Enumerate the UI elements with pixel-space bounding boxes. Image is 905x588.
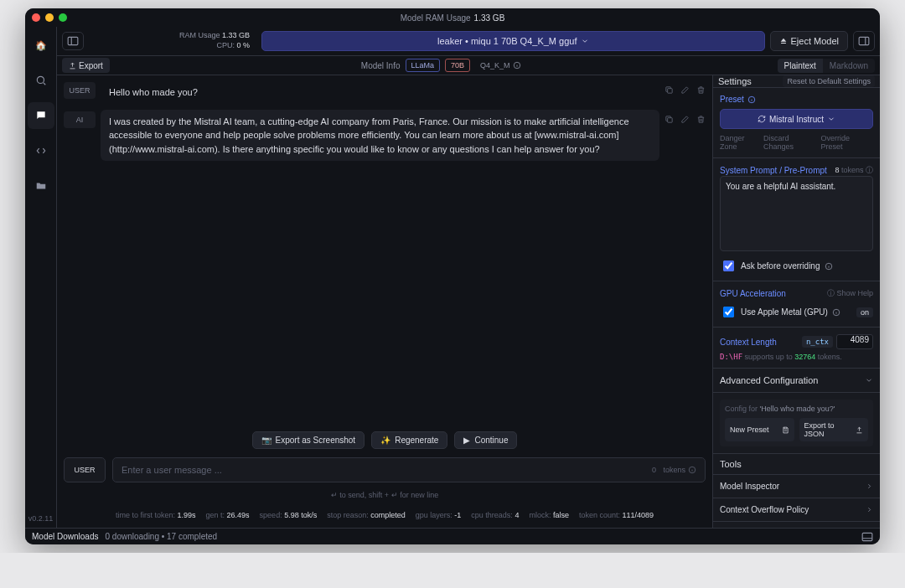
panel-bottom-icon[interactable]	[861, 532, 873, 542]
message-text[interactable]: Hello who made you?	[101, 80, 659, 105]
chat-message: USER Hello who made you?	[64, 80, 706, 105]
svg-rect-1	[68, 37, 78, 44]
role-badge-ai: AI	[64, 111, 96, 128]
export-button[interactable]: Export	[62, 58, 110, 73]
context-hint: D:\HF supports up to 32764 tokens.	[720, 353, 873, 361]
model-info: Model Info LLaMa 70B Q4_K_M	[361, 59, 526, 72]
preset-label: Preset	[720, 95, 873, 104]
info-icon[interactable]	[513, 61, 521, 70]
use-metal-checkbox[interactable]: Use Apple Metal (GPU)	[720, 304, 840, 320]
sparkle-icon: ✨	[380, 436, 390, 445]
tool-context-overflow[interactable]: Context Overflow Policy	[713, 498, 880, 522]
eject-model-button[interactable]: Eject Model	[770, 31, 848, 51]
message-text[interactable]: I was created by the Mistral AI team, a …	[101, 110, 659, 162]
svg-rect-2	[859, 37, 869, 44]
panel-left-icon[interactable]	[62, 32, 84, 50]
app-version: v0.2.11	[28, 514, 54, 523]
play-icon: ▶	[463, 436, 470, 445]
continue-button[interactable]: ▶Continue	[454, 431, 517, 449]
override-preset-link[interactable]: Override Preset	[821, 134, 873, 151]
close-window-icon[interactable]	[32, 13, 40, 22]
chat-message: AI I was created by the Mistral AI team,…	[64, 110, 706, 162]
preset-section: Preset Mistral Instruct Danger Zone Disc…	[713, 88, 880, 158]
show-help-link[interactable]: ⓘ Show Help	[827, 288, 873, 299]
eject-icon	[779, 37, 788, 45]
input-role-badge[interactable]: USER	[64, 457, 106, 482]
chat-icon[interactable]	[28, 102, 54, 129]
svg-rect-4	[668, 89, 673, 94]
sidebar: 🏠 v0.2.11	[25, 27, 57, 528]
maximize-window-icon[interactable]	[59, 13, 67, 22]
size-tag: 70B	[445, 59, 470, 72]
panel-right-icon[interactable]	[853, 31, 875, 51]
input-token-count: 0 tokens	[652, 466, 696, 474]
model-selector[interactable]: leaker • miqu 1 70B Q4_K_M gguf	[261, 31, 765, 51]
chevron-right-icon	[866, 506, 873, 513]
settings-panel: Settings Reset to Default Settings Prese…	[712, 75, 880, 528]
plaintext-tab[interactable]: Plaintext	[778, 59, 823, 73]
chat-action-row: 📷Export as Screenshot ✨Regenerate ▶Conti…	[64, 431, 706, 449]
preset-actions: Danger Zone Discard Changes Override Pre…	[720, 134, 873, 151]
resource-stats: RAM Usage 1.33 GB CPU: 0 %	[89, 31, 256, 50]
new-preset-button[interactable]: New Preset	[725, 418, 794, 441]
role-badge-user: USER	[64, 82, 96, 99]
info-icon[interactable]	[832, 308, 840, 317]
system-prompt-label: System Prompt / Pre-Prompt	[720, 166, 827, 175]
danger-zone-link[interactable]: Danger Zone	[720, 134, 763, 151]
footer-status: 0 downloading • 17 completed	[106, 532, 218, 541]
chevron-down-icon	[827, 115, 835, 123]
subbar: Export Model Info LLaMa 70B Q4_K_M Plain…	[57, 55, 880, 75]
save-icon	[782, 426, 789, 434]
view-toggle[interactable]: Plaintext Markdown	[778, 59, 876, 73]
copy-icon[interactable]	[665, 115, 674, 124]
generation-stats: time to first token: 1.99s gen t: 26.49s…	[64, 508, 706, 523]
system-prompt-section: System Prompt / Pre-Prompt 8 tokens ⓘ As…	[713, 158, 880, 281]
refresh-icon	[758, 115, 766, 123]
main-layout: 🏠 v0.2.11 RAM Usage 1.33 GB	[25, 27, 880, 528]
info-icon[interactable]	[825, 262, 833, 271]
export-json-button[interactable]: Export to JSON	[799, 418, 869, 441]
trash-icon[interactable]	[696, 115, 706, 124]
info-icon[interactable]	[747, 95, 756, 104]
folder-icon[interactable]	[28, 173, 54, 199]
center-column: RAM Usage 1.33 GB CPU: 0 % leaker • miqu…	[57, 27, 880, 528]
trash-icon[interactable]	[696, 85, 706, 95]
regenerate-button[interactable]: ✨Regenerate	[371, 431, 447, 449]
copy-icon[interactable]	[665, 85, 674, 95]
info-icon[interactable]	[688, 466, 696, 474]
settings-header: Settings Reset to Default Settings	[713, 75, 880, 88]
home-icon[interactable]: 🏠	[28, 32, 54, 59]
svg-rect-5	[668, 117, 673, 122]
arch-tag: LLaMa	[406, 59, 441, 72]
input-placeholder: Enter a user message ...	[122, 465, 222, 475]
discard-changes-link[interactable]: Discard Changes	[763, 134, 820, 151]
context-length-input[interactable]: 4089	[836, 334, 873, 349]
ask-before-overriding-checkbox[interactable]: Ask before overriding	[720, 258, 873, 274]
markdown-tab[interactable]: Markdown	[823, 59, 875, 73]
export-screenshot-button[interactable]: 📷Export as Screenshot	[252, 431, 365, 449]
system-prompt-input[interactable]	[720, 176, 873, 251]
edit-icon[interactable]	[680, 115, 690, 124]
advanced-config-toggle[interactable]: Advanced Configuration	[713, 369, 880, 393]
edit-icon[interactable]	[680, 85, 690, 95]
upload-icon	[856, 426, 863, 434]
tool-model-inspector[interactable]: Model Inspector	[713, 475, 880, 498]
traffic-lights[interactable]	[32, 13, 67, 22]
tools-header: Tools	[713, 453, 880, 475]
search-icon[interactable]	[28, 67, 54, 94]
reset-settings-button[interactable]: Reset to Default Settings	[783, 75, 875, 87]
message-actions	[665, 110, 706, 124]
server-icon[interactable]	[28, 137, 54, 164]
quant-tag: Q4_K_M	[475, 59, 526, 72]
footer-title[interactable]: Model Downloads	[32, 532, 99, 541]
context-length-section: Context Length n_ctx 4089 D:\HF supports…	[713, 328, 880, 369]
content-area: USER Hello who made you? AI I was create…	[57, 75, 880, 528]
chevron-down-icon	[581, 37, 589, 45]
preset-selector[interactable]: Mistral Instruct	[720, 109, 873, 129]
tool-conversation-notes[interactable]: Conversation Notes	[713, 522, 880, 528]
config-box: Config for 'Hello who made you?' New Pre…	[720, 400, 873, 446]
chat-input[interactable]: Enter a user message ... 0 tokens	[112, 457, 706, 482]
ctx-mono-label: n_ctx	[802, 336, 833, 348]
titlebar-title: Model RAM Usage1.33 GB	[401, 13, 505, 23]
minimize-window-icon[interactable]	[45, 13, 54, 22]
